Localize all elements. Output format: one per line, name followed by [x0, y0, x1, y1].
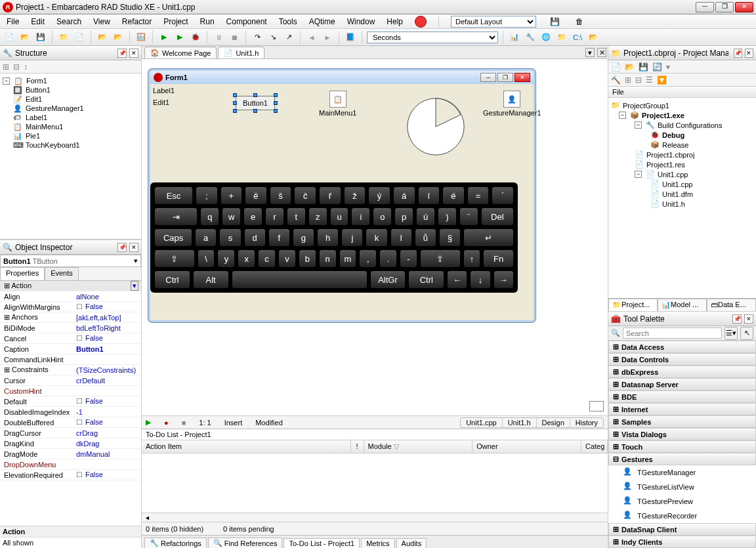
tab-design[interactable]: Design — [536, 418, 570, 427]
key[interactable]: . — [379, 249, 397, 268]
tree-root[interactable]: − 📋 Form1 — [3, 76, 138, 85]
tree-unit-cpp[interactable]: 📄 Unit1.cpp — [650, 179, 753, 189]
pin-icon[interactable]: 📌 — [117, 49, 127, 58]
stop-dot-icon[interactable]: ■ — [182, 419, 186, 427]
windows-icon[interactable]: 🪟 — [135, 31, 148, 44]
form-max-button[interactable]: ❐ — [497, 73, 513, 82]
tab-data[interactable]: 🗃Data E... — [707, 299, 756, 311]
key[interactable]: ; — [196, 186, 218, 205]
key[interactable]: v — [278, 249, 296, 268]
key[interactable]: \ — [198, 249, 215, 268]
tab-metrics[interactable]: Metrics — [361, 538, 394, 548]
palette-item[interactable]: 👤TGesturePreview — [608, 494, 756, 509]
property-row[interactable]: DisabledImageIndex-1 — [0, 407, 141, 417]
menu-edit[interactable]: Edit — [31, 17, 45, 26]
property-row[interactable]: DropDownMenu — [0, 459, 141, 470]
step-over-icon[interactable]: ↷ — [251, 31, 264, 44]
save-layout-icon[interactable]: 💾 — [548, 15, 561, 28]
tree-group[interactable]: 📁 ProjectGroup1 — [611, 100, 753, 110]
key[interactable]: + — [220, 186, 243, 205]
form-min-button[interactable]: ─ — [480, 73, 496, 82]
key[interactable]: ← — [447, 270, 467, 289]
palette-list[interactable]: ⊞ Data Access⊞ Data Controls⊞ dbExpress⊞… — [608, 341, 756, 548]
key[interactable]: d — [244, 228, 266, 247]
key[interactable]: ↵ — [463, 228, 514, 247]
palette-category[interactable]: ⊞ Data Access — [608, 341, 756, 353]
palette-category[interactable]: ⊞ Internet — [608, 403, 756, 415]
tab-h[interactable]: Unit1.h — [502, 418, 536, 427]
key[interactable]: t — [287, 207, 306, 226]
key[interactable]: n — [319, 249, 337, 268]
key[interactable]: i — [351, 207, 370, 226]
key[interactable]: l — [390, 228, 412, 247]
run-nodebug-icon[interactable]: ▶ — [173, 31, 186, 44]
key[interactable]: y — [217, 249, 235, 268]
todo-body[interactable] — [142, 453, 608, 513]
key[interactable]: Fn — [483, 249, 514, 268]
property-row[interactable]: ⊞ Anchors[akLeft,akTop] — [0, 312, 141, 323]
aq-3-icon[interactable]: 🌐 — [539, 31, 553, 44]
menu-view[interactable]: View — [93, 17, 110, 26]
key[interactable]: → — [494, 270, 514, 289]
key[interactable]: AltGr — [370, 270, 406, 289]
key[interactable]: q — [200, 207, 219, 226]
palette-category[interactable]: ⊞ dbExpress — [608, 366, 756, 378]
key[interactable]: ř — [319, 186, 341, 205]
key[interactable]: c — [258, 249, 276, 268]
tab-project[interactable]: 📁Project... — [608, 299, 658, 311]
property-row[interactable]: DragModedmManual — [0, 449, 141, 459]
key[interactable]: m — [339, 249, 357, 268]
key[interactable]: ž — [344, 186, 366, 205]
expand-all-icon[interactable]: ⊞ — [625, 75, 631, 85]
open-proj-icon[interactable]: 📂 — [625, 62, 635, 72]
button1-control[interactable]: Button1 — [236, 96, 275, 110]
key[interactable]: w — [222, 207, 241, 226]
key[interactable]: o — [373, 207, 392, 226]
inspector-combo[interactable]: Button1 TButton▾ — [0, 255, 141, 267]
tree-project[interactable]: −📦 Project1.exe — [619, 110, 753, 120]
palette-category[interactable]: ⊞ Data Controls — [608, 353, 756, 366]
key[interactable]: , — [359, 249, 377, 268]
key[interactable]: u — [330, 207, 349, 226]
key[interactable]: ú — [416, 207, 435, 226]
save-icon[interactable]: 💾 — [34, 31, 47, 44]
property-row[interactable]: DoubleBufferedFalse — [0, 417, 141, 428]
tab-findrefs[interactable]: 🔍Find References — [208, 537, 283, 548]
seconds-combo[interactable]: Seconds — [367, 32, 498, 43]
form-titlebar[interactable]: Form1 ─ ❐ ✕ — [150, 71, 534, 84]
tab-cpp[interactable]: Unit1.cpp — [461, 418, 501, 427]
file-column-header[interactable]: File — [608, 87, 756, 98]
key[interactable]: § — [439, 228, 461, 247]
key[interactable]: š — [270, 186, 292, 205]
sort-icon[interactable]: ↕ — [24, 62, 28, 72]
tab-welcome[interactable]: 🏠Welcome Page — [144, 47, 217, 58]
menu-aqtime[interactable]: AQtime — [309, 17, 335, 26]
tab-unit-h[interactable]: 📄Unit1.h — [218, 47, 264, 58]
property-row[interactable]: CursorcrDefault — [0, 375, 141, 386]
folder2-icon[interactable]: 📂 — [96, 31, 109, 44]
pause-icon[interactable]: ⏸ — [212, 31, 225, 44]
key[interactable]: ⇥ — [154, 207, 198, 226]
form-designer[interactable]: Form1 ─ ❐ ✕ Label1 Edit1 Button1 — [142, 59, 608, 415]
close-panel-icon[interactable]: ✕ — [744, 314, 753, 324]
palette-item[interactable]: 👤TGestureManager — [608, 465, 756, 480]
tree-release[interactable]: 📦 Release — [650, 140, 753, 150]
palette-category[interactable]: ⊞ Vista Dialogs — [608, 428, 756, 440]
key[interactable]: = — [467, 186, 490, 205]
stop-icon[interactable] — [415, 16, 427, 28]
tree-cbproj[interactable]: 📄 Project1.cbproj — [635, 150, 753, 159]
collapse-all-icon[interactable]: ⊟ — [635, 75, 642, 85]
tree-item[interactable]: 📝Edit1 — [13, 95, 138, 104]
pointer-icon[interactable]: ↖ — [740, 327, 753, 340]
edit1-control[interactable]: Edit1 — [153, 98, 169, 106]
key[interactable]: ⇧ — [154, 249, 195, 268]
tab-history[interactable]: History — [570, 418, 603, 427]
todo-columns[interactable]: Action Item ! Module ▽ Owner Categ — [142, 440, 608, 453]
pin-icon[interactable]: 📌 — [734, 49, 742, 58]
palette-category[interactable]: ⊞ Samples — [608, 415, 756, 428]
tree-item[interactable]: 🏷Label1 — [13, 113, 138, 122]
key[interactable]: ) — [438, 207, 457, 226]
project-tree[interactable]: 📁 ProjectGroup1 −📦 Project1.exe −🔧 Build… — [608, 98, 756, 298]
view-icon[interactable]: ▾ — [666, 62, 670, 72]
menu-project[interactable]: Project — [163, 17, 188, 26]
